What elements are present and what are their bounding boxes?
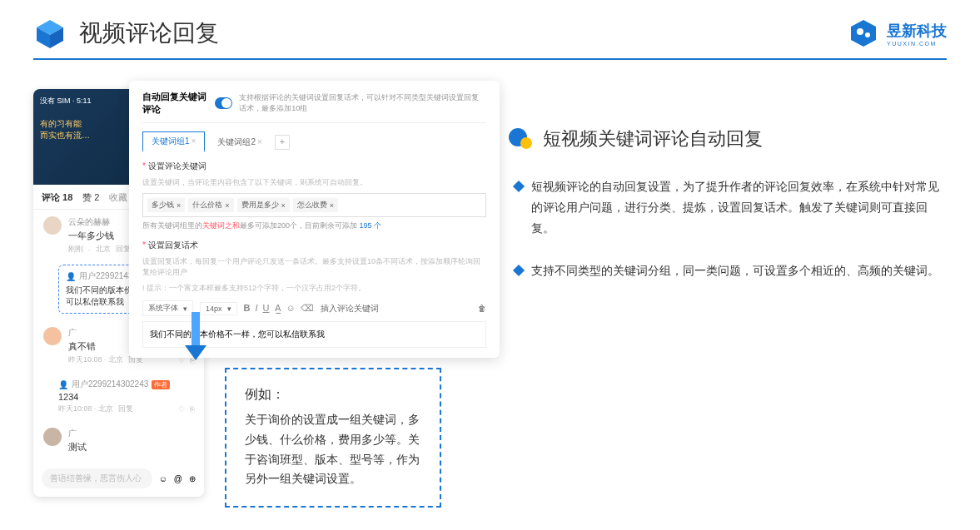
insert-keyword-button[interactable]: 插入评论关键词	[321, 303, 379, 315]
at-icon[interactable]: @	[174, 474, 182, 483]
keyword-field-hint: 设置关键词，当评论里内容包含了以下关键词，则系统可自动回复。	[142, 177, 486, 188]
svg-marker-3	[851, 20, 876, 47]
underline-icon[interactable]: U	[263, 303, 270, 314]
reply-field-label: * 设置回复话术	[142, 240, 486, 251]
reply-link[interactable]: 回复	[118, 404, 133, 414]
brand-subtitle: YUUXIN.COM	[887, 41, 947, 47]
delete-icon[interactable]: 🗑	[478, 304, 486, 313]
svg-point-5	[865, 32, 870, 37]
reply-text: 1234	[58, 392, 194, 402]
author-badge: 作者	[152, 380, 170, 389]
close-icon[interactable]: ×	[257, 137, 262, 146]
svg-marker-7	[185, 345, 206, 360]
avatar	[43, 327, 62, 345]
heart-icon[interactable]: ♡	[178, 405, 185, 414]
comment-location: 北京	[96, 244, 111, 255]
example-title: 例如：	[245, 386, 421, 404]
reply-link[interactable]: 回复	[116, 244, 131, 255]
comment-meta: 昨天10:08 · 北京	[68, 354, 123, 365]
page-header: 视频评论回复 昱新科技 YUUXIN.COM	[0, 0, 980, 58]
svg-point-4	[857, 28, 863, 35]
arrow-down-icon	[183, 312, 208, 362]
dislike-icon[interactable]: ⎘	[190, 405, 194, 414]
keyword-limit-hint: 所有关键词组里的关键词之和最多可添加200个，目前剩余可添加 195 个	[142, 220, 486, 231]
svg-point-9	[520, 137, 532, 149]
diamond-icon	[513, 264, 525, 275]
bullet-text: 支持不同类型的关键词分组，同一类问题，可设置多个相近的、高频的关键词。	[531, 260, 939, 281]
video-caption: 有的习有能 而实也有流…	[40, 118, 90, 141]
reply-field-hint: 设置回复话术，每回复一个用户评论只发送一条话术。最多支持设置10条不同话术，按添…	[142, 256, 486, 278]
keyword-group-tab-1[interactable]: 关键词组1×	[142, 131, 205, 152]
send-icon[interactable]: ⊕	[189, 474, 196, 483]
user-icon: 👤	[66, 272, 76, 281]
tab-likes[interactable]: 赞 2	[82, 191, 99, 204]
reply-username: 用户2299214302243	[72, 379, 148, 390]
clear-icon[interactable]: ⌫	[301, 303, 314, 314]
svg-rect-6	[192, 312, 200, 345]
header-divider	[33, 58, 947, 60]
keyword-input[interactable]	[341, 198, 481, 212]
tab-comments[interactable]: 评论 18	[42, 191, 72, 204]
keyword-tag[interactable]: 怎么收费 ×	[293, 198, 338, 212]
emoji-icon[interactable]: ☺	[159, 474, 167, 483]
keyword-tag[interactable]: 费用是多少 ×	[237, 198, 290, 212]
example-callout: 例如： 关于询价的设置成一组关键词，多少钱、什么价格，费用多少等。关于咨询班型、…	[225, 368, 441, 508]
add-group-button[interactable]: +	[275, 135, 290, 150]
emoji-icon[interactable]: ☺	[286, 303, 296, 314]
description-column: 短视频关键词评论自动回复 短视频评论的自动回复设置，为了提升作者的评论回复效率，…	[508, 81, 947, 302]
keyword-group-tab-2[interactable]: 关键词组2×	[208, 132, 271, 152]
comment-input[interactable]: 善语结善缘，恶言伤人心	[42, 468, 152, 488]
screenshot-illustration: 没有 SIM · 5:11 有的习有能 而实也有流… 评论 18 赞 2 收藏 …	[33, 81, 483, 302]
avatar	[43, 428, 62, 446]
panel-description: 支持根据评论的关键词设置回复话术，可以针对不同类型关键词设置回复话术，最多添加1…	[239, 92, 486, 114]
panel-title: 自动回复关键词评论	[142, 91, 208, 116]
cube-logo-icon	[33, 17, 67, 50]
italic-icon[interactable]: I	[255, 303, 257, 314]
bullet-item: 短视频评论的自动回复设置，为了提升作者的评论回复效率，在系统中针对常见的评论用户…	[508, 176, 947, 240]
section-heading: 短视频关键词评论自动回复	[508, 126, 947, 151]
chat-bubble-icon	[508, 126, 533, 151]
section-title: 短视频关键词评论自动回复	[543, 126, 763, 151]
comment-time: 刚刚	[68, 244, 83, 255]
comment-meta: 昨天10:08 · 北京	[58, 404, 113, 414]
comment-text: 测试	[68, 441, 194, 453]
comment-input-bar: 善语结善缘，恶言伤人心 ☺ @ ⊕	[42, 468, 196, 488]
keyword-tag[interactable]: 多少钱 ×	[147, 198, 185, 212]
page-title: 视频评论回复	[79, 17, 219, 49]
bullet-item: 支持不同类型的关键词分组，同一类问题，可设置多个相近的、高频的关键词。	[508, 260, 947, 281]
brand-name: 昱新科技	[887, 21, 947, 41]
brand-icon	[848, 18, 878, 48]
close-icon[interactable]: ×	[192, 136, 196, 146]
comment-item: 广 测试	[33, 421, 204, 462]
tab-favorites[interactable]: 收藏	[109, 191, 127, 204]
example-text: 关于询价的设置成一组关键词，多少钱、什么价格，费用多少等。关于咨询班型、版本、型…	[245, 410, 421, 489]
header-left: 视频评论回复	[33, 17, 219, 50]
comment-reply-item: 👤 用户2299214302243 作者 1234 昨天10:08 · 北京 回…	[33, 372, 204, 421]
user-icon: 👤	[58, 380, 68, 389]
commenter-name: 广	[68, 428, 194, 439]
avatar	[43, 216, 62, 235]
bold-icon[interactable]: B	[244, 303, 251, 314]
char-limit-tip: ! 提示：一个富文本框最多支持512个字符，一个汉字占用2个字符。	[142, 283, 486, 294]
auto-reply-toggle[interactable]	[215, 97, 232, 109]
brand-logo: 昱新科技 YUUXIN.COM	[848, 18, 947, 48]
bullet-text: 短视频评论的自动回复设置，为了提升作者的评论回复效率，在系统中针对常见的评论用户…	[531, 176, 947, 240]
keyword-field-label: * 设置评论关键词	[142, 161, 486, 172]
color-icon[interactable]: A̲	[275, 303, 281, 314]
keyword-input-box[interactable]: 多少钱 × 什么价格 × 费用是多少 × 怎么收费 ×	[142, 193, 486, 217]
diamond-icon	[513, 181, 525, 192]
keyword-tag[interactable]: 什么价格 ×	[188, 198, 233, 212]
